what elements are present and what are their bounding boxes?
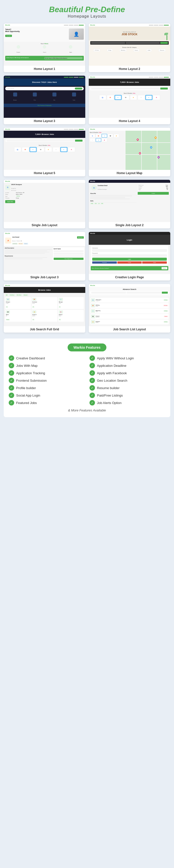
check-icon: ✓ — [9, 370, 14, 376]
layout-label-3: Home Layout 3 — [4, 118, 85, 124]
preview-jsgrid: WocJob Browse Jobs All Full Time Part Ti… — [4, 284, 85, 326]
check-icon: ✓ — [9, 355, 14, 361]
page-wrapper: Beautiful Pre-Define Homepage Layouts Wo… — [0, 0, 174, 422]
preview-sj2: WocJob G Candidate Detail Full Stack Dev… — [89, 180, 170, 222]
check-icon: ✓ — [90, 378, 95, 383]
layout-label-login: Creative Login Page — [89, 274, 170, 280]
feature-text-frontend-submission: Frontend Submission — [16, 379, 47, 382]
layout-card-3[interactable]: WocJob Discover 7412+ Jobs Here Search j… — [4, 75, 85, 124]
feature-text-creative-dashboard: Creative Dashboard — [16, 356, 45, 360]
feature-text-social-app-login: Social App Login — [16, 394, 40, 397]
feature-text-jobs-with-map: Jobs With Map — [16, 364, 38, 368]
layout-card-sj2[interactable]: WocJob G Candidate Detail Full Stack Dev… — [89, 180, 170, 228]
check-icon: ✓ — [9, 400, 14, 405]
features-grid: ✓ Creative Dashboard ✓ Apply With/ Witho… — [9, 355, 165, 405]
preview-hl3: WocJob Discover 7412+ Jobs Here Search j… — [4, 75, 85, 118]
page-title: Beautiful Pre-Define — [4, 5, 170, 14]
preview-hl1: WocJob Talent?Meet Opportunity. Find Job… — [4, 24, 85, 66]
preview-jslist: WocJob Advance Search G — [89, 284, 170, 326]
feature-item-job-alerts-option: ✓ Job Alerts Option — [90, 400, 165, 405]
preview-sj3: WocJob A Job Detail Amazon • Seattle, WA… — [4, 232, 85, 274]
layout-card-jslist[interactable]: WocJob Advance Search G — [89, 284, 170, 333]
feature-text-featured-jobs: Featured Jobs — [16, 401, 37, 405]
check-icon: ✓ — [90, 393, 95, 398]
feature-item-resume-builder: ✓ Resume builder — [90, 385, 165, 391]
preview-login: WocJob Login Username Password Login Fac… — [89, 232, 170, 274]
preview-hl2: WocJob WE ARE MILLIONS OF JOB STOCK — [89, 24, 170, 66]
layout-label-1: Home Layout 1 — [4, 66, 85, 72]
feature-item-profile-builder: ✓ Profile builder — [9, 385, 84, 391]
check-icon: ✓ — [90, 363, 95, 368]
check-icon: ✓ — [90, 355, 95, 361]
feature-text-geo-location-search: Geo Location Search — [97, 379, 127, 382]
feature-text-apply-without-login: Apply With/ Without Login — [97, 356, 134, 360]
feature-item-apply-with-facebook: ✓ Apply with Facebook — [90, 370, 165, 376]
feature-item-frontend-submission: ✓ Frontend Submission — [9, 378, 84, 383]
layout-label-map: Home Layout Map — [89, 170, 170, 176]
feature-item-social-app-login: ✓ Social App Login — [9, 393, 84, 398]
feature-text-apply-with-facebook: Apply with Facebook — [97, 371, 127, 375]
preview-sj1: WocJob G UI/UX Designer Google Inc. ★★★★… — [4, 180, 85, 222]
feature-text-paid-free-listings: Paid/Free Listings — [97, 394, 123, 397]
more-features-text: & More Features Available — [9, 408, 165, 412]
layout-label-sj1: Single Job Layout — [4, 222, 85, 228]
page-subtitle: Homepage Layouts — [4, 14, 170, 19]
feature-item-geo-location-search: ✓ Geo Location Search — [90, 378, 165, 383]
page-header: Beautiful Pre-Define Homepage Layouts — [4, 5, 170, 19]
layout-label-jslist: Job Search List Layout — [89, 326, 170, 333]
feature-item-application-tracking: ✓ Application Tracking — [9, 370, 84, 376]
layout-card-4[interactable]: WocJob 7,000+ Browse Jobs New & Random J… — [89, 75, 170, 124]
layout-card-5[interactable]: WocJob 7,000+ Browse Jobs New & Random J… — [4, 128, 85, 176]
layout-card-sj3[interactable]: WocJob A Job Detail Amazon • Seattle, WA… — [4, 232, 85, 280]
features-section: Warkio Features ✓ Creative Dashboard ✓ A… — [4, 339, 170, 417]
feature-text-job-alerts-option: Job Alerts Option — [97, 401, 122, 405]
layout-card-login[interactable]: WocJob Login Username Password Login Fac… — [89, 232, 170, 280]
features-badge: Warkio Features — [68, 343, 106, 351]
check-icon: ✓ — [90, 400, 95, 405]
layout-card-jsgrid[interactable]: WocJob Browse Jobs All Full Time Part Ti… — [4, 284, 85, 333]
feature-text-profile-builder: Profile builder — [16, 386, 36, 390]
layout-card-1[interactable]: WocJob Talent?Meet Opportunity. Find Job… — [4, 24, 85, 72]
layout-card-map[interactable]: WocJob New & Random Jobs G M t W A ↑ — [89, 128, 170, 176]
check-icon: ✓ — [9, 393, 14, 398]
layout-label-2: Home Layout 2 — [89, 66, 170, 72]
check-icon: ✓ — [9, 385, 14, 391]
check-icon: ✓ — [90, 370, 95, 376]
layout-label-4: Home Layout 4 — [89, 118, 170, 124]
feature-text-application-tracking: Application Tracking — [16, 371, 45, 375]
layout-card-2[interactable]: WocJob WE ARE MILLIONS OF JOB STOCK — [89, 24, 170, 72]
feature-text-resume-builder: Resume builder — [97, 386, 120, 390]
check-icon: ✓ — [90, 385, 95, 391]
layout-label-jsgrid: Job Search Full Grid — [4, 326, 85, 333]
check-icon: ✓ — [9, 378, 14, 383]
layout-card-sj1[interactable]: WocJob G UI/UX Designer Google Inc. ★★★★… — [4, 180, 85, 228]
feature-item-jobs-with-map: ✓ Jobs With Map — [9, 363, 84, 368]
check-icon: ✓ — [9, 363, 14, 368]
layout-label-sj3: Single Job Layout 3 — [4, 274, 85, 280]
feature-item-paid-free-listings: ✓ Paid/Free Listings — [90, 393, 165, 398]
feature-text-application-deadline: Application Deadline — [97, 364, 126, 368]
feature-item-apply-without-login: ✓ Apply With/ Without Login — [90, 355, 165, 361]
layout-label-5: Home Layout 5 — [4, 170, 85, 176]
feature-item-featured-jobs: ✓ Featured Jobs — [9, 400, 84, 405]
feature-item-application-deadline: ✓ Application Deadline — [90, 363, 165, 368]
preview-hl5: WocJob 7,000+ Browse Jobs New & Random J… — [4, 128, 85, 170]
feature-item-creative-dashboard: ✓ Creative Dashboard — [9, 355, 84, 361]
preview-hlm: WocJob New & Random Jobs G M t W A ↑ — [89, 128, 170, 170]
preview-hl4: WocJob 7,000+ Browse Jobs New & Random J… — [89, 75, 170, 118]
layouts-grid: WocJob Talent?Meet Opportunity. Find Job… — [4, 24, 170, 333]
layout-label-sj2: Single Job Layout 2 — [89, 222, 170, 228]
